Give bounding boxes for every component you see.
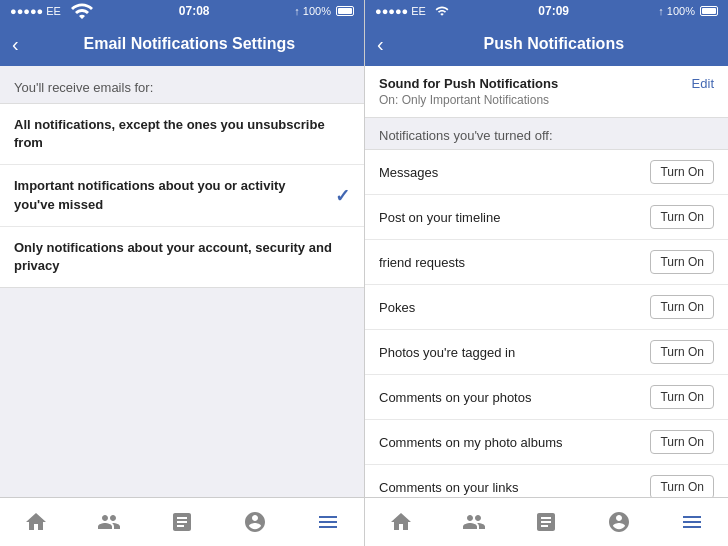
right-tab-feed[interactable] (534, 510, 558, 534)
turn-on-btn-1[interactable]: Turn On (650, 205, 714, 229)
notif-item-0: Messages Turn On (365, 150, 728, 195)
checkmark-icon: ✓ (335, 185, 350, 207)
right-back-button[interactable]: ‹ (377, 33, 384, 56)
option-text-1: Important notifications about you or act… (14, 177, 335, 213)
left-tab-bar (0, 497, 364, 546)
option-text-2: Only notifications about your account, s… (14, 239, 350, 275)
right-carrier: ●●●●● EE (375, 4, 449, 18)
left-back-button[interactable]: ‹ (12, 33, 19, 56)
right-tab-bar (365, 497, 728, 546)
left-nav-title: Email Notifications Settings (27, 35, 352, 53)
notif-label-3: Pokes (379, 300, 415, 315)
turn-on-btn-4[interactable]: Turn On (650, 340, 714, 364)
left-status-bar: ●●●●● EE 07:08 ↑ 100% (0, 0, 364, 22)
notif-item-4: Photos you're tagged in Turn On (365, 330, 728, 375)
right-tab-home[interactable] (389, 510, 413, 534)
edit-link[interactable]: Edit (692, 76, 714, 91)
notif-item-6: Comments on my photo albums Turn On (365, 420, 728, 465)
right-tab-menu[interactable] (680, 510, 704, 534)
left-nav-bar: ‹ Email Notifications Settings (0, 22, 364, 66)
option-list: All notifications, except the ones you u… (0, 103, 364, 288)
sound-title: Sound for Push Notifications (379, 76, 558, 91)
left-section-label: You'll receive emails for: (0, 80, 364, 103)
right-tab-notifications[interactable] (607, 510, 631, 534)
right-nav-bar: ‹ Push Notifications (365, 22, 728, 66)
option-item-2[interactable]: Only notifications about your account, s… (0, 227, 364, 287)
option-item-0[interactable]: All notifications, except the ones you u… (0, 104, 364, 165)
tab-home[interactable] (24, 510, 48, 534)
tab-menu[interactable] (316, 510, 340, 534)
tab-notifications[interactable] (243, 510, 267, 534)
notif-label-5: Comments on your photos (379, 390, 531, 405)
notif-label-1: Post on your timeline (379, 210, 500, 225)
sound-sub: On: Only Important Notifications (379, 93, 714, 107)
notif-item-1: Post on your timeline Turn On (365, 195, 728, 240)
right-status-bar: ●●●●● EE 07:09 ↑ 100% (365, 0, 728, 22)
notif-item-7: Comments on your links Turn On (365, 465, 728, 497)
turn-on-btn-3[interactable]: Turn On (650, 295, 714, 319)
notif-list: Messages Turn On Post on your timeline T… (365, 149, 728, 497)
notif-label-7: Comments on your links (379, 480, 518, 495)
turn-on-btn-2[interactable]: Turn On (650, 250, 714, 274)
notif-label-6: Comments on my photo albums (379, 435, 563, 450)
tab-feed[interactable] (170, 510, 194, 534)
left-body: You'll receive emails for: All notificat… (0, 66, 364, 497)
right-nav-title: Push Notifications (392, 35, 716, 53)
right-body: Sound for Push Notifications Edit On: On… (365, 66, 728, 497)
right-battery: ↑ 100% (658, 5, 718, 17)
notif-item-5: Comments on your photos Turn On (365, 375, 728, 420)
left-carrier: ●●●●● EE (10, 0, 94, 23)
notif-label-2: friend requests (379, 255, 465, 270)
tab-friends[interactable] (97, 510, 121, 534)
sound-section: Sound for Push Notifications Edit On: On… (365, 66, 728, 118)
option-item-1[interactable]: Important notifications about you or act… (0, 165, 364, 226)
option-text-0: All notifications, except the ones you u… (14, 116, 350, 152)
left-battery: ↑ 100% (294, 5, 354, 17)
notif-label-0: Messages (379, 165, 438, 180)
turn-on-btn-7[interactable]: Turn On (650, 475, 714, 497)
notif-item-2: friend requests Turn On (365, 240, 728, 285)
notif-section-header: Notifications you've turned off: (365, 118, 728, 149)
turn-on-btn-6[interactable]: Turn On (650, 430, 714, 454)
right-tab-friends[interactable] (462, 510, 486, 534)
turn-on-btn-0[interactable]: Turn On (650, 160, 714, 184)
notif-label-4: Photos you're tagged in (379, 345, 515, 360)
right-time: 07:09 (538, 4, 569, 18)
notif-item-3: Pokes Turn On (365, 285, 728, 330)
right-phone: ●●●●● EE 07:09 ↑ 100% ‹ Push Notificatio… (364, 0, 728, 546)
left-phone: ●●●●● EE 07:08 ↑ 100% ‹ Email Notificati… (0, 0, 364, 546)
left-time: 07:08 (179, 4, 210, 18)
turn-on-btn-5[interactable]: Turn On (650, 385, 714, 409)
